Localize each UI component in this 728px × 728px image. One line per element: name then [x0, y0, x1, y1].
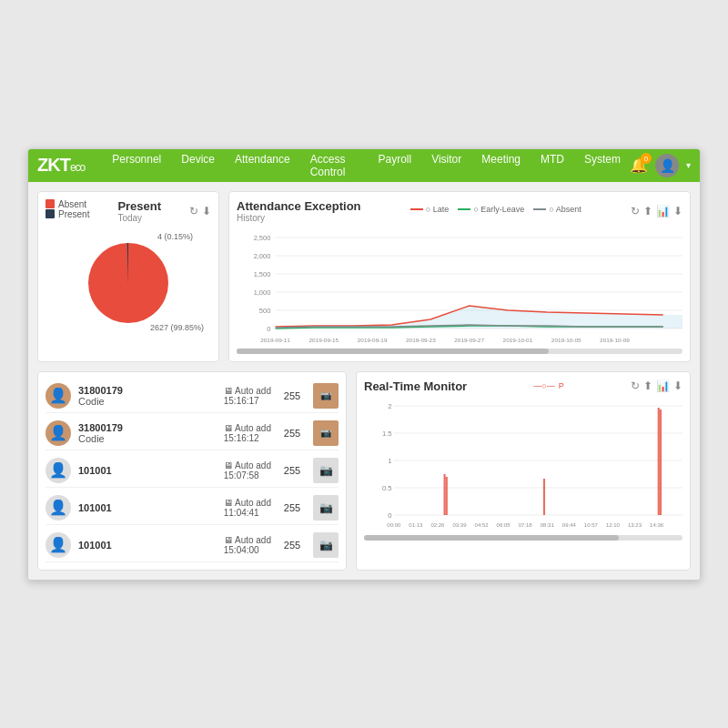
refresh-icon[interactable]: ↻: [189, 205, 198, 217]
svg-rect-35: [658, 408, 660, 515]
attendance-scrollbar-thumb[interactable]: [237, 349, 549, 354]
activity-time: 15:16:17: [224, 396, 259, 406]
activity-time: 15:07:58: [224, 470, 259, 480]
activity-info: 31800179 Codie: [78, 385, 217, 407]
activity-avatar: 👤: [46, 495, 71, 521]
svg-text:2019-09-23: 2019-09-23: [406, 337, 436, 343]
present-label: Present: [58, 209, 89, 219]
realtime-scrollbar[interactable]: [364, 535, 682, 541]
activity-name: 101001: [78, 502, 217, 513]
realtime-chart-svg: 2 1.5 1 0.5 0 00:00 01:13: [364, 397, 682, 533]
nav-system[interactable]: System: [575, 149, 630, 182]
activity-photo: 📷: [313, 420, 339, 446]
nav-meeting[interactable]: Meeting: [472, 149, 530, 182]
activity-photo: 📷: [313, 383, 339, 409]
attendance-widget: Attendance Exception History ○ Late ○ Ea…: [228, 191, 691, 362]
realtime-header: Real-Time Monitor —○— P ↻ ⬆ 📊 ⬇: [364, 379, 682, 393]
svg-text:0.5: 0.5: [382, 484, 392, 492]
attendance-download-icon[interactable]: ⬇: [673, 205, 682, 217]
svg-text:12:10: 12:10: [606, 522, 620, 528]
svg-text:10:57: 10:57: [584, 522, 598, 528]
activity-action: 🖥 Auto add: [224, 535, 271, 545]
svg-text:0: 0: [388, 511, 391, 520]
logo-zkt: ZKT: [37, 155, 70, 175]
nav-visitor[interactable]: Visitor: [422, 149, 470, 182]
activity-list: 👤 31800179 Codie 🖥 Auto add 15:16:17 255…: [46, 379, 339, 562]
nav-right: 🔔 0 👤 ▾: [630, 154, 691, 177]
svg-text:08:31: 08:31: [541, 522, 554, 528]
svg-text:03:39: 03:39: [452, 522, 466, 528]
activity-action-col: 🖥 Auto add 15:04:00: [224, 535, 271, 555]
main-content: Absent Present Present Today: [28, 182, 700, 580]
absent-legend-item: Absent: [46, 199, 89, 209]
activity-number: 255: [278, 465, 306, 476]
top-row: Absent Present Present Today: [37, 191, 691, 362]
nav-mtd[interactable]: MTD: [531, 149, 573, 182]
attendance-upload-icon[interactable]: ⬆: [643, 205, 652, 217]
svg-text:1.5: 1.5: [382, 430, 392, 438]
activity-action-col: 🖥 Auto add 15:16:12: [224, 423, 271, 443]
absent-chart-label: ○ Absent: [549, 205, 581, 214]
nav-access-control[interactable]: Access Control: [301, 149, 368, 182]
logo-eco: eco: [70, 161, 85, 174]
realtime-title: Real-Time Monitor: [364, 379, 467, 393]
attendance-scrollbar[interactable]: [237, 349, 682, 354]
realtime-download-icon[interactable]: ⬇: [673, 379, 682, 392]
svg-rect-32: [444, 474, 446, 515]
absent-count-label: 4 (0.15%): [157, 232, 193, 241]
activity-photo: 📷: [313, 495, 339, 521]
activity-action: 🖥 Auto add: [224, 498, 271, 508]
attendance-legend: ○ Late ○ Early-Leave ○ Absent: [410, 205, 581, 214]
present-legend: Absent Present: [46, 199, 89, 219]
svg-text:2,000: 2,000: [254, 252, 271, 260]
pie-chart: [78, 233, 178, 333]
activity-item: 👤 101001 🖥 Auto add 15:04:00 255 📷: [46, 529, 339, 562]
nav-personnel[interactable]: Personnel: [103, 149, 170, 182]
navbar: ZKTeco Personnel Device Attendance Acces…: [28, 149, 700, 182]
activity-subname: Codie: [78, 396, 217, 407]
nav-device[interactable]: Device: [172, 149, 224, 182]
attendance-header: Attendance Exception History ○ Late ○ Ea…: [237, 199, 682, 223]
absent-label: Absent: [58, 199, 86, 209]
activity-item: 👤 31800179 Codie 🖥 Auto add 15:16:12 255…: [46, 417, 339, 450]
activity-time: 15:04:00: [224, 545, 259, 555]
realtime-scrollbar-thumb[interactable]: [364, 535, 619, 541]
attendance-refresh-icon[interactable]: ↻: [631, 205, 640, 217]
present-dot: [46, 209, 55, 218]
activity-info: 31800179 Codie: [78, 422, 217, 444]
svg-text:06:05: 06:05: [497, 522, 511, 528]
svg-text:2: 2: [388, 402, 391, 410]
download-icon[interactable]: ⬇: [202, 205, 211, 217]
nav-attendance[interactable]: Attendance: [226, 149, 299, 182]
svg-text:1,000: 1,000: [254, 288, 271, 297]
user-menu-arrow[interactable]: ▾: [686, 160, 691, 170]
activity-time: 11:04:41: [224, 508, 259, 518]
svg-text:00:00: 00:00: [387, 522, 400, 528]
realtime-widget-icons: ↻ ⬆ 📊 ⬇: [631, 379, 682, 392]
early-label: ○ Early-Leave: [473, 205, 524, 214]
realtime-upload-icon[interactable]: ⬆: [643, 379, 652, 392]
notification-bell[interactable]: 🔔 0: [630, 157, 648, 174]
activity-action-col: 🖥 Auto add 15:07:58: [224, 460, 271, 480]
realtime-chart-icon[interactable]: 📊: [656, 379, 670, 392]
present-header: Absent Present Present Today: [46, 199, 211, 223]
present-count-label: 2627 (99.85%): [150, 323, 204, 332]
present-widget-icons: ↻ ⬇: [189, 205, 211, 217]
nav-payroll[interactable]: Payroll: [369, 149, 420, 182]
realtime-refresh-icon[interactable]: ↻: [631, 379, 640, 392]
svg-text:2019-09-19: 2019-09-19: [358, 337, 388, 343]
realtime-legend-icon: —○—: [533, 381, 554, 390]
user-avatar[interactable]: 👤: [655, 154, 679, 177]
present-widget: Absent Present Present Today: [37, 191, 219, 362]
present-legend-item: Present: [46, 209, 89, 219]
svg-text:2019-10-09: 2019-10-09: [600, 337, 630, 343]
attendance-chart-icon[interactable]: 📊: [656, 205, 670, 217]
realtime-widget: Real-Time Monitor —○— P ↻ ⬆ 📊 ⬇: [356, 371, 691, 571]
activity-avatar: 👤: [46, 458, 71, 483]
svg-rect-34: [543, 479, 545, 515]
activity-action: 🖥 Auto add: [224, 460, 271, 470]
activity-number: 255: [278, 502, 306, 513]
absent-percent: 4 (0.15%): [157, 232, 193, 241]
svg-rect-36: [660, 410, 662, 515]
activity-action: 🖥 Auto add: [224, 423, 271, 433]
